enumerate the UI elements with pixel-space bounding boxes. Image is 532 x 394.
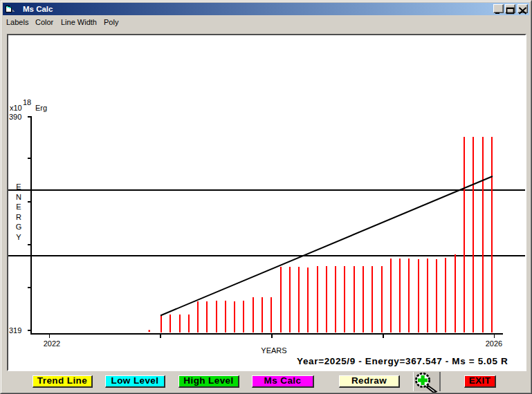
svg-text:390: 390 (9, 113, 21, 121)
svg-text:G: G (16, 223, 22, 231)
svg-text:Year=2025/9 - Energy=367.547 -: Year=2025/9 - Energy=367.547 - Ms = 5.05… (297, 356, 508, 366)
svg-text:YEARS: YEARS (261, 346, 286, 355)
svg-text:R: R (16, 213, 21, 221)
svg-text:2026: 2026 (486, 339, 502, 348)
svg-text:E: E (16, 182, 21, 191)
svg-text:Y: Y (16, 233, 21, 241)
svg-text:18: 18 (23, 98, 31, 106)
svg-text:x10: x10 (10, 104, 22, 112)
svg-text:319: 319 (9, 326, 21, 335)
svg-text:E: E (16, 203, 21, 211)
svg-text:N: N (16, 193, 21, 201)
svg-text:2022: 2022 (44, 339, 60, 348)
svg-text:Erg: Erg (35, 104, 47, 112)
